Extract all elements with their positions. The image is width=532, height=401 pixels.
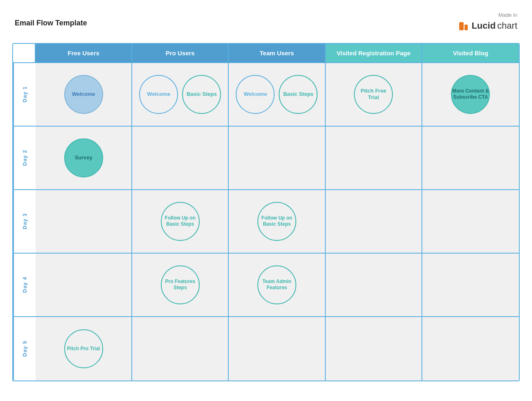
day-5-visited-blog-cell bbox=[422, 317, 519, 381]
col-header-team-users: Team Users bbox=[229, 44, 325, 62]
header: Email Flow Template Made in Lucidchart bbox=[0, 0, 532, 39]
svg-rect-0 bbox=[459, 22, 464, 30]
day-2-row: Day 2 Survey bbox=[13, 127, 519, 190]
day-5-label: Day 5 bbox=[22, 341, 28, 357]
day-4-team-users-cell: Team Admin Features bbox=[229, 254, 325, 316]
column-headers-row: Free Users Pro Users Team Users Visited … bbox=[13, 44, 519, 63]
day-4-free-users-cell bbox=[36, 254, 132, 316]
day3-pro-followup-circle: Follow Up on Basic Steps bbox=[161, 202, 200, 241]
day1-pro-basic-steps-circle: Basic Steps bbox=[182, 75, 221, 114]
day1-reg-pitch-free-trial-circle: Pitch Free Trial bbox=[354, 75, 393, 114]
day-4-visited-blog-cell bbox=[422, 254, 519, 316]
day-3-label-cell: Day 3 bbox=[13, 190, 36, 253]
day4-pro-features-circle: Pro Features Steps bbox=[161, 265, 200, 304]
day2-free-survey-circle: Survey bbox=[64, 138, 103, 177]
day-3-visited-blog-cell bbox=[422, 190, 519, 253]
day5-free-pitch-pro-circle: Pitch Pro Trial bbox=[64, 329, 103, 368]
made-in-label: Made in bbox=[458, 11, 517, 19]
col-header-visited-blog: Visited Blog bbox=[422, 44, 519, 62]
lucid-icon bbox=[458, 20, 469, 32]
day4-team-admin-circle: Team Admin Features bbox=[257, 265, 296, 304]
col-header-pro-users: Pro Users bbox=[132, 44, 229, 62]
day-5-label-cell: Day 5 bbox=[13, 317, 36, 381]
day-1-label-cell: Day 1 bbox=[13, 63, 36, 126]
day-4-pro-users-cell: Pro Features Steps bbox=[132, 254, 229, 316]
email-flow-diagram: Free Users Pro Users Team Users Visited … bbox=[12, 43, 520, 381]
day-2-visited-blog-cell bbox=[422, 127, 519, 189]
day-5-pro-users-cell bbox=[132, 317, 229, 381]
lucid-text-regular: chart bbox=[497, 20, 517, 32]
day-2-label-cell: Day 2 bbox=[13, 127, 36, 189]
day-5-team-users-cell bbox=[229, 317, 325, 381]
day-2-pro-users-cell bbox=[132, 127, 229, 189]
svg-rect-1 bbox=[464, 25, 468, 30]
day-2-label: Day 2 bbox=[22, 150, 28, 166]
col-header-free-users: Free Users bbox=[36, 44, 132, 62]
day-4-label: Day 4 bbox=[22, 277, 28, 293]
day-3-free-users-cell bbox=[36, 190, 132, 253]
day-4-visited-reg-cell bbox=[326, 254, 422, 316]
day-1-pro-users-cell: Welcome Basic Steps bbox=[132, 63, 229, 126]
day-1-label: Day 1 bbox=[22, 86, 28, 103]
day-3-pro-users-cell: Follow Up on Basic Steps bbox=[132, 190, 229, 253]
day-4-label-cell: Day 4 bbox=[13, 254, 36, 316]
day-5-free-users-cell: Pitch Pro Trial bbox=[36, 317, 132, 381]
day-2-free-users-cell: Survey bbox=[36, 127, 132, 189]
lucidchart-logo: Lucidchart bbox=[458, 20, 517, 32]
page-title: Email Flow Template bbox=[15, 19, 87, 27]
day-5-visited-reg-cell bbox=[326, 317, 422, 381]
day-5-row: Day 5 Pitch Pro Trial bbox=[13, 317, 519, 381]
day-1-visited-blog-cell: More Content & Subscribe CTA bbox=[422, 63, 519, 126]
logo-area: Made in Lucidchart bbox=[458, 11, 517, 32]
header-spacer bbox=[13, 44, 36, 62]
day-1-visited-reg-cell: Pitch Free Trial bbox=[326, 63, 422, 126]
day-1-row: Day 1 Welcome Welcome Basic Steps Welcom… bbox=[13, 63, 519, 127]
day-3-row: Day 3 Follow Up on Basic Steps Follow Up… bbox=[13, 190, 519, 254]
day-2-team-users-cell bbox=[229, 127, 325, 189]
day1-team-basic-steps-circle: Basic Steps bbox=[279, 75, 318, 114]
day-2-visited-reg-cell bbox=[326, 127, 422, 189]
day1-team-welcome-circle: Welcome bbox=[236, 75, 275, 114]
col-header-visited-reg: Visited Registration Page bbox=[326, 44, 422, 62]
day-1-team-users-cell: Welcome Basic Steps bbox=[229, 63, 325, 126]
day-3-team-users-cell: Follow Up on Basic Steps bbox=[229, 190, 325, 253]
day1-free-welcome-circle: Welcome bbox=[64, 75, 103, 114]
lucid-text-bold: Lucid bbox=[471, 20, 496, 32]
day-3-visited-reg-cell bbox=[326, 190, 422, 253]
day1-pro-welcome-circle: Welcome bbox=[139, 75, 178, 114]
day-4-row: Day 4 Pro Features Steps Team Admin Feat… bbox=[13, 254, 519, 317]
day-3-label: Day 3 bbox=[22, 213, 28, 230]
day3-team-followup-circle: Follow Up on Basic Steps bbox=[257, 202, 296, 241]
day-1-free-users-cell: Welcome bbox=[36, 63, 132, 126]
day1-blog-more-content-circle: More Content & Subscribe CTA bbox=[451, 75, 490, 114]
